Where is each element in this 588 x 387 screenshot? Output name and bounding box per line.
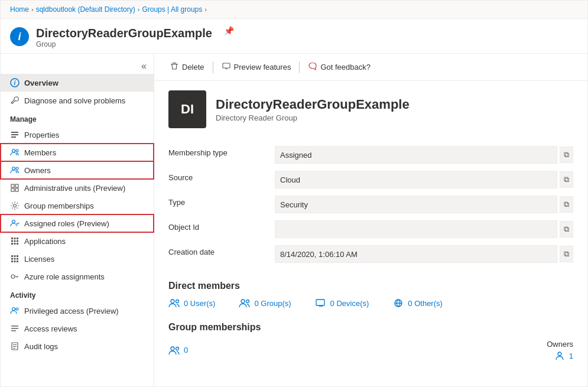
- sidebar-item-overview[interactable]: i Overview: [1, 74, 154, 92]
- sidebar-item-assigned-roles[interactable]: Assigned roles (Preview): [1, 214, 154, 232]
- svg-rect-45: [223, 63, 230, 68]
- prop-value-source: Cloud ⧉: [275, 167, 573, 192]
- others-stat[interactable]: 0 Other(s): [392, 298, 443, 308]
- owners-label: Owners: [547, 340, 573, 349]
- svg-rect-29: [17, 258, 18, 260]
- page-wrapper: Home › sqldboutlook (Default Directory) …: [0, 0, 588, 387]
- sidebar-item-applications[interactable]: Applications: [1, 232, 154, 250]
- prop-label-creation-date: Creation date: [168, 242, 275, 266]
- copy-object-id-btn[interactable]: ⧉: [560, 221, 573, 238]
- members-row: 0 User(s) 0 Group(s): [168, 298, 573, 308]
- sidebar-item-access-reviews[interactable]: Access reviews: [1, 320, 154, 337]
- svg-rect-27: [11, 258, 13, 260]
- sidebar-item-owners[interactable]: Owners: [1, 161, 154, 179]
- sidebar-item-privileged-access[interactable]: Privileged access (Preview): [1, 302, 154, 320]
- sidebar-item-group-memberships[interactable]: Group memberships: [1, 197, 154, 214]
- svg-point-8: [16, 167, 18, 170]
- sidebar-label-licenses: Licenses: [24, 255, 54, 264]
- owners-icon: [10, 165, 20, 175]
- gear-icon: [10, 201, 20, 210]
- admin-units-icon: [10, 183, 20, 193]
- source-input: Cloud: [275, 171, 557, 188]
- prop-value-membership-type: Assigned ⧉: [275, 142, 573, 167]
- sidebar-item-members[interactable]: Members: [1, 144, 154, 161]
- type-input: Security: [275, 196, 557, 213]
- delete-icon: [170, 61, 179, 73]
- svg-rect-51: [316, 300, 324, 305]
- membership-type-input: Assigned: [275, 146, 557, 164]
- devices-stat[interactable]: 0 Device(s): [315, 298, 369, 308]
- sidebar-collapse-btn[interactable]: «: [1, 58, 154, 74]
- svg-rect-17: [17, 238, 18, 239]
- creation-date-input: 8/14/2020, 1:06:10 AM: [275, 245, 557, 263]
- resource-subtitle: Group: [36, 40, 212, 48]
- svg-point-48: [176, 300, 179, 303]
- breadcrumb-home[interactable]: Home: [10, 5, 29, 14]
- copy-type-btn[interactable]: ⧉: [560, 196, 573, 213]
- preview-features-button[interactable]: Preview features: [216, 58, 297, 76]
- copy-creation-date-btn[interactable]: ⧉: [560, 246, 573, 262]
- svg-point-5: [12, 149, 15, 152]
- groups-stat[interactable]: 0 Group(s): [239, 298, 291, 308]
- breadcrumb-directory[interactable]: sqldboutlook (Default Directory): [36, 5, 135, 14]
- owners-icon: [554, 351, 566, 360]
- sidebar-item-licenses[interactable]: Licenses: [1, 250, 154, 268]
- assigned-roles-icon: [10, 219, 20, 228]
- sidebar-item-properties[interactable]: Properties: [1, 126, 154, 144]
- users-icon: [168, 298, 180, 308]
- svg-rect-12: [15, 188, 18, 191]
- sidebar-item-azure-roles[interactable]: Azure role assignments: [1, 268, 154, 285]
- sidebar-label-owners: Owners: [24, 166, 51, 175]
- svg-point-49: [241, 300, 245, 303]
- pin-icon[interactable]: 📌: [224, 26, 234, 35]
- breadcrumb-sep-2: ›: [138, 6, 140, 13]
- sidebar-label-members: Members: [24, 148, 56, 157]
- content-body: DI DirectoryReaderGroupExample Directory…: [154, 81, 587, 370]
- svg-rect-2: [11, 132, 18, 133]
- svg-point-47: [171, 300, 174, 303]
- memberships-count-stat[interactable]: 0: [168, 346, 188, 355]
- svg-rect-36: [11, 326, 18, 327]
- sidebar-item-audit-logs[interactable]: Audit logs: [1, 337, 154, 355]
- devices-count: 0 Device(s): [330, 299, 369, 308]
- resource-header-info: DirectoryReaderGroupExample Group: [36, 26, 212, 48]
- svg-rect-28: [14, 258, 16, 260]
- delete-button[interactable]: Delete: [164, 58, 210, 76]
- users-count: 0 User(s): [184, 299, 215, 308]
- svg-rect-46: [225, 69, 228, 69]
- svg-point-7: [12, 167, 15, 170]
- svg-rect-26: [17, 255, 18, 257]
- entity-avatar: DI: [168, 90, 206, 128]
- object-id-input: [275, 220, 557, 238]
- delete-label: Delete: [182, 63, 204, 71]
- copy-membership-type-btn[interactable]: ⧉: [560, 147, 573, 163]
- svg-rect-41: [13, 346, 17, 347]
- sidebar-item-diagnose[interactable]: Diagnose and solve problems: [1, 92, 154, 109]
- owners-count-stat[interactable]: 1: [554, 351, 573, 360]
- svg-rect-9: [11, 184, 14, 187]
- memberships-count: 0: [184, 346, 188, 355]
- sidebar-label-azure-roles: Azure role assignments: [24, 272, 105, 281]
- owners-count: 1: [569, 352, 573, 360]
- sidebar-item-admin-units[interactable]: Administrative units (Preview): [1, 179, 154, 197]
- svg-rect-25: [14, 255, 16, 257]
- users-stat[interactable]: 0 User(s): [168, 298, 215, 308]
- resource-header: i DirectoryReaderGroupExample Group 📌: [1, 19, 587, 54]
- audit-logs-icon: [10, 342, 20, 351]
- svg-point-54: [176, 347, 179, 350]
- sidebar-label-group-memberships: Group memberships: [24, 201, 94, 210]
- breadcrumb-sep-1: ›: [31, 6, 34, 13]
- svg-point-35: [16, 308, 18, 310]
- breadcrumb-groups[interactable]: Groups | All groups: [142, 5, 202, 14]
- svg-point-34: [12, 308, 15, 311]
- owners-section: Owners 1: [547, 340, 573, 360]
- direct-members-title: Direct members: [168, 281, 573, 291]
- feedback-button[interactable]: Got feedback?: [302, 58, 376, 76]
- entity-description: Directory Reader Group: [216, 113, 410, 122]
- header-icon-text: i: [18, 31, 21, 43]
- sidebar-label-audit-logs: Audit logs: [24, 342, 58, 351]
- others-count: 0 Other(s): [408, 299, 443, 308]
- members-icon: [10, 148, 20, 157]
- copy-source-btn[interactable]: ⧉: [560, 171, 573, 188]
- devices-icon: [315, 298, 327, 308]
